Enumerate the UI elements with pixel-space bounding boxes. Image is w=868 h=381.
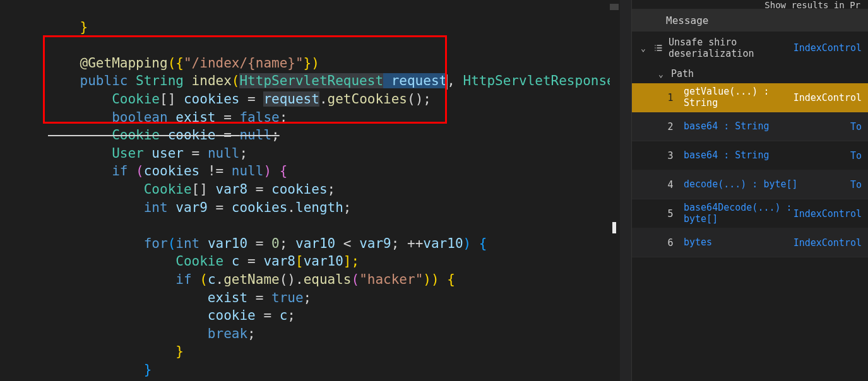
path-label: Path xyxy=(671,68,694,79)
problems-panel[interactable]: Show results in Pr Message ⌄ Unsafe shir… xyxy=(631,0,868,381)
code-token: length xyxy=(295,200,343,215)
code-token: int xyxy=(48,200,168,215)
code-token: ]; xyxy=(343,254,359,269)
editor-scrollbar[interactable] xyxy=(610,0,619,381)
step-file-link[interactable]: IndexControl xyxy=(794,92,862,103)
code-token: "hacker" xyxy=(359,272,423,287)
code-token: ) { xyxy=(263,163,287,179)
step-file-link[interactable]: To xyxy=(850,179,862,190)
code-token: 0 xyxy=(271,236,280,251)
code-token: ; xyxy=(280,110,288,125)
code-token: Cookie xyxy=(48,254,223,269)
step-file-link[interactable]: To xyxy=(850,121,862,132)
step-file-link[interactable]: IndexControl xyxy=(794,208,862,220)
code-token: var9 xyxy=(168,200,208,215)
path-step[interactable]: 1 getValue(...) : String IndexControl xyxy=(632,83,868,112)
code-token: cookies xyxy=(144,163,200,179)
path-step[interactable]: 3 base64 : String To xyxy=(632,141,868,170)
chevron-down-icon[interactable]: ⌄ xyxy=(656,69,666,79)
step-label: base64 : String xyxy=(684,121,849,132)
code-token: c xyxy=(223,254,239,269)
code-token: Cookie xyxy=(48,91,160,107)
chevron-down-icon[interactable]: ⌄ xyxy=(638,43,648,53)
code-token: HttpServletRequest xyxy=(239,73,383,88)
code-token: [] xyxy=(160,91,175,107)
code-token: , xyxy=(447,73,455,88)
code-token: Cookie xyxy=(48,127,160,143)
scrollbar-thumb[interactable] xyxy=(612,222,616,233)
code-token: var10 xyxy=(199,236,247,251)
code-token: var8 xyxy=(208,182,247,197)
path-step[interactable]: 6 bytes IndexControl xyxy=(632,228,868,257)
code-token: . xyxy=(287,200,295,215)
code-token: exist xyxy=(168,110,216,125)
scrollbar-marker xyxy=(610,4,619,10)
code-token: getName xyxy=(223,272,280,287)
code-editor[interactable]: } @GetMapping({"/index/{name}"}) public … xyxy=(0,0,631,381)
code-token: (); xyxy=(407,91,431,107)
code-token: ) { xyxy=(463,236,487,251)
issue-row[interactable]: ⌄ Unsafe shiro deserialization IndexCont… xyxy=(632,32,868,64)
step-file-link[interactable]: To xyxy=(850,150,862,161)
code-token: ({ xyxy=(168,56,184,71)
code-token: ; xyxy=(343,200,352,215)
code-token: . xyxy=(216,272,224,287)
message-column-header[interactable]: Message xyxy=(632,9,868,32)
code-token: for xyxy=(48,236,168,251)
code-token: ( xyxy=(192,272,208,287)
code-token: null xyxy=(208,146,240,161)
path-step[interactable]: 2 base64 : String To xyxy=(632,112,868,141)
code-token: }) xyxy=(304,56,319,71)
code-token: null xyxy=(239,127,271,143)
step-label: decode(...) : byte[] xyxy=(684,179,849,190)
code-token: user xyxy=(144,146,184,161)
code-token: } xyxy=(48,20,88,35)
code-token: true xyxy=(271,290,304,305)
code-token: ; ++ xyxy=(391,236,424,251)
step-file-link[interactable]: IndexControl xyxy=(794,237,862,249)
code-token: [] xyxy=(192,182,208,197)
code-token: ( xyxy=(232,73,240,88)
step-label: getValue(...) : String xyxy=(684,86,792,108)
code-token: c xyxy=(208,272,216,287)
path-steps-list: 1 getValue(...) : String IndexControl 2 … xyxy=(632,83,868,257)
path-row[interactable]: ⌄ Path xyxy=(632,64,868,83)
step-number: 6 xyxy=(663,237,677,249)
code-token: (). xyxy=(280,272,304,287)
issue-title: Unsafe shiro deserialization xyxy=(669,37,788,59)
code-token: request xyxy=(383,73,447,88)
code-content[interactable]: } @GetMapping({"/index/{name}"}) public … xyxy=(0,0,631,381)
issue-file-link[interactable]: IndexControl xyxy=(794,42,862,54)
code-token: var10 xyxy=(423,236,463,251)
step-number: 1 xyxy=(663,92,677,103)
code-token: c xyxy=(280,308,288,323)
code-token: = xyxy=(247,290,271,305)
code-token: public xyxy=(48,73,128,88)
code-token: = xyxy=(239,91,263,107)
code-token: var9 xyxy=(359,236,391,251)
step-label: base64 : String xyxy=(684,150,849,161)
code-token: ( xyxy=(128,163,143,179)
step-number: 4 xyxy=(663,179,677,190)
panel-top-snippet: Show results in Pr xyxy=(632,0,868,9)
code-token: != xyxy=(199,163,232,179)
code-token: int xyxy=(175,236,199,251)
path-step[interactable]: 4 decode(...) : byte[] To xyxy=(632,170,868,199)
code-token: User xyxy=(48,146,144,161)
code-token: var10 xyxy=(295,236,335,251)
code-token: = xyxy=(256,308,280,323)
code-token: "/index/{name}" xyxy=(184,56,304,71)
code-token: cookies xyxy=(271,182,328,197)
code-token: = xyxy=(216,127,240,143)
code-token: = xyxy=(247,236,271,251)
editor-ruler xyxy=(620,0,631,381)
code-token: cookies xyxy=(175,91,239,107)
code-token: cookie xyxy=(48,308,256,323)
path-step[interactable]: 5 base64Decode(...) : byte[] IndexContro… xyxy=(632,199,868,228)
code-token: break xyxy=(48,326,247,341)
code-token: Cookie xyxy=(48,182,192,197)
code-token: ; xyxy=(271,127,280,143)
code-token: if xyxy=(48,163,128,179)
code-token: = xyxy=(247,182,271,197)
code-token: HttpServletResponse xyxy=(455,73,615,88)
